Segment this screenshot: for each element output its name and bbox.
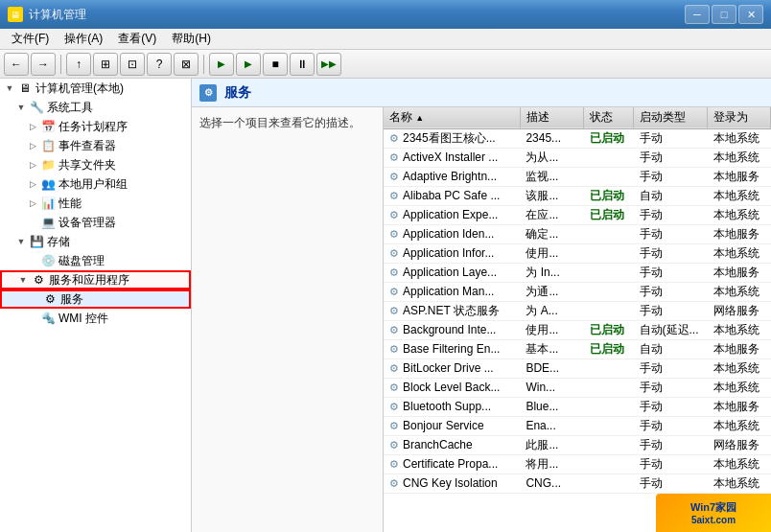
service-name: ⚙Base Filtering En... — [384, 339, 520, 359]
services-label: 服务 — [60, 291, 83, 308]
properties-button[interactable]: ⊡ — [120, 53, 145, 76]
minimize-button[interactable]: ─ — [685, 5, 710, 24]
tree-node-device-manager[interactable]: 💻 设备管理器 — [0, 213, 191, 232]
service-start-type: 手动 — [634, 148, 708, 167]
col-header-desc[interactable]: 描述 — [520, 107, 583, 128]
service-login: 本地服务 — [708, 263, 771, 282]
table-row[interactable]: ⚙BranchCache此服...手动网络服务 — [384, 435, 771, 454]
task-scheduler-icon: 📅 — [40, 119, 56, 134]
services-apps-icon: ⚙ — [31, 272, 46, 288]
col-header-login[interactable]: 登录为 — [708, 107, 771, 128]
help-button[interactable]: ? — [147, 53, 172, 76]
service-login: 本地系统 — [708, 454, 771, 474]
col-header-name[interactable]: 名称 ▲ — [384, 107, 520, 128]
menu-view[interactable]: 查看(V) — [110, 29, 164, 49]
table-row[interactable]: ⚙CNG Key IsolationCNG...手动本地系统 — [384, 474, 771, 493]
start-service-button[interactable]: ▶ — [209, 53, 234, 76]
table-row[interactable]: ⚙Background Inte...使用...已启动自动(延迟...本地系统 — [384, 320, 771, 339]
table-row[interactable]: ⚙Block Level Back...Win...手动本地系统 — [384, 378, 771, 397]
tree-node-shared-folders[interactable]: ▷ 📁 共享文件夹 — [0, 155, 191, 174]
service-login: 本地系统 — [708, 186, 771, 205]
expand-icon-services-apps: ▼ — [17, 274, 29, 286]
services-table: 名称 ▲ 描述 状态 启动类型 登录为 ⚙2345看图王核心...2345...… — [384, 107, 771, 494]
service-login: 本地系统 — [708, 148, 771, 167]
service-start-type: 手动 — [634, 224, 708, 243]
menu-action[interactable]: 操作(A) — [57, 29, 110, 49]
table-row[interactable]: ⚙Application Man...为通...手动本地系统 — [384, 282, 771, 301]
tree-node-performance[interactable]: ▷ 📊 性能 — [0, 194, 191, 213]
pause-button[interactable]: ⏸ — [290, 53, 315, 76]
up-button[interactable]: ↑ — [66, 53, 91, 76]
show-hide-button[interactable]: ⊞ — [93, 53, 118, 76]
table-row[interactable]: ⚙2345看图王核心...2345...已启动手动本地系统 — [384, 128, 771, 148]
col-header-status[interactable]: 状态 — [584, 107, 634, 128]
resume-button[interactable]: ▶ — [236, 53, 261, 76]
menu-help[interactable]: 帮助(H) — [164, 29, 219, 49]
export-button[interactable]: ⊠ — [174, 53, 199, 76]
table-row[interactable]: ⚙Application Expe...在应...已启动手动本地系统 — [384, 205, 771, 224]
table-row[interactable]: ⚙Bluetooth Supp...Blue...手动本地服务 — [384, 397, 771, 416]
service-status — [584, 454, 634, 474]
tree-node-storage[interactable]: ▼ 💾 存储 — [0, 232, 191, 251]
tree-node-task-scheduler[interactable]: ▷ 📅 任务计划程序 — [0, 117, 191, 136]
table-row[interactable]: ⚙BitLocker Drive ...BDE...手动本地系统 — [384, 359, 771, 378]
service-start-type: 手动 — [634, 301, 708, 320]
service-name: ⚙Background Inte... — [384, 320, 520, 339]
services-table-wrapper[interactable]: 名称 ▲ 描述 状态 启动类型 登录为 ⚙2345看图王核心...2345...… — [384, 107, 771, 532]
table-row[interactable]: ⚙Alibaba PC Safe ...该服...已启动自动本地系统 — [384, 186, 771, 205]
table-row[interactable]: ⚙Bonjour ServiceEna...手动本地系统 — [384, 416, 771, 435]
service-start-type: 自动 — [634, 186, 708, 205]
table-row[interactable]: ⚙Adaptive Brightn...监视...手动本地服务 — [384, 167, 771, 186]
tree-node-event-viewer[interactable]: ▷ 📋 事件查看器 — [0, 136, 191, 155]
window-controls[interactable]: ─ □ ✕ — [685, 5, 763, 24]
tree-root[interactable]: ▼ 🖥 计算机管理(本地) — [0, 79, 191, 98]
tree-node-system-tools[interactable]: ▼ 🔧 系统工具 — [0, 98, 191, 117]
forward-button[interactable]: → — [31, 53, 56, 76]
table-row[interactable]: ⚙Application Infor...使用...手动本地系统 — [384, 243, 771, 263]
service-desc: 将用... — [520, 454, 583, 474]
expand-icon: ▼ — [4, 82, 15, 94]
service-login: 本地系统 — [708, 359, 771, 378]
tree-node-services[interactable]: ⚙ 服务 — [0, 289, 191, 309]
system-tools-icon: 🔧 — [29, 100, 44, 115]
service-start-type: 手动 — [634, 282, 708, 301]
expand-icon-users: ▷ — [27, 178, 38, 190]
service-start-type: 手动 — [634, 397, 708, 416]
table-row[interactable]: ⚙ActiveX Installer ...为从...手动本地系统 — [384, 148, 771, 167]
tree-node-services-apps[interactable]: ▼ ⚙ 服务和应用程序 — [0, 270, 191, 289]
table-row[interactable]: ⚙Application Laye...为 In...手动本地服务 — [384, 263, 771, 282]
service-status: 已启动 — [584, 186, 634, 205]
performance-label: 性能 — [58, 196, 82, 212]
watermark-line1: Win7家园 — [690, 500, 736, 515]
col-header-start[interactable]: 启动类型 — [634, 107, 708, 128]
service-status — [584, 282, 634, 301]
back-button[interactable]: ← — [4, 53, 29, 76]
table-row[interactable]: ⚙Certificate Propa...将用...手动本地系统 — [384, 454, 771, 474]
tree-node-disk-management[interactable]: 💿 磁盘管理 — [0, 251, 191, 270]
close-button[interactable]: ✕ — [738, 5, 763, 24]
tree-node-local-users[interactable]: ▷ 👥 本地用户和组 — [0, 174, 191, 194]
wmi-icon: 🔩 — [40, 311, 56, 326]
service-name: ⚙Block Level Back... — [384, 378, 520, 397]
service-login: 本地服务 — [708, 339, 771, 359]
service-desc: 基本... — [520, 339, 583, 359]
service-name: ⚙Bluetooth Supp... — [384, 397, 520, 416]
computer-icon: 🖥 — [17, 81, 33, 96]
table-row[interactable]: ⚙Base Filtering En...基本...已启动自动本地服务 — [384, 339, 771, 359]
service-panel-header: ⚙ 服务 — [192, 79, 771, 107]
table-row[interactable]: ⚙Application Iden...确定...手动本地服务 — [384, 224, 771, 243]
table-row[interactable]: ⚙ASP.NET 状态服务为 A...手动网络服务 — [384, 301, 771, 320]
service-desc: 使用... — [520, 320, 583, 339]
system-tools-label: 系统工具 — [47, 100, 93, 116]
service-name: ⚙2345看图王核心... — [384, 128, 520, 148]
maximize-button[interactable]: □ — [712, 5, 736, 24]
toolbar: ← → ↑ ⊞ ⊡ ? ⊠ ▶ ▶ ■ ⏸ ▶▶ — [0, 50, 771, 79]
toolbar-separator-2 — [203, 55, 204, 74]
restart-button[interactable]: ▶▶ — [316, 53, 341, 76]
app-icon: 🖥 — [8, 7, 23, 22]
menu-file[interactable]: 文件(F) — [4, 29, 57, 49]
stop-button[interactable]: ■ — [263, 53, 288, 76]
service-desc: 监视... — [520, 167, 583, 186]
service-status — [584, 474, 634, 493]
tree-node-wmi[interactable]: 🔩 WMI 控件 — [0, 309, 191, 328]
